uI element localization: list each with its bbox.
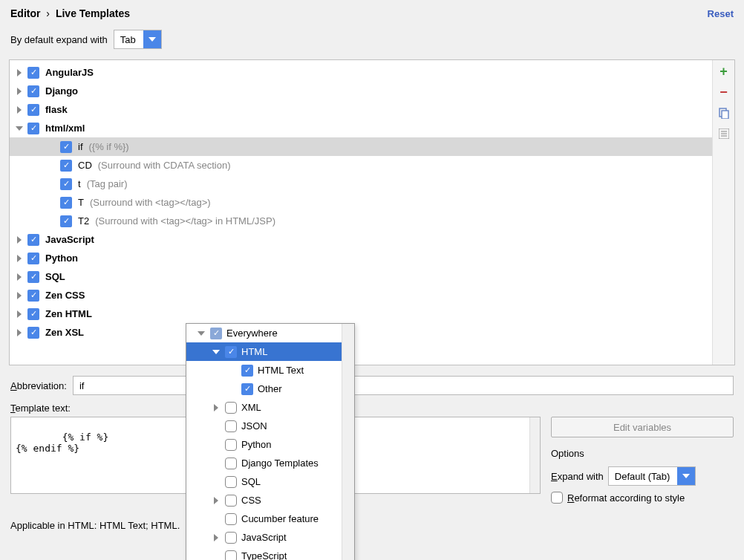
expand-icon[interactable] bbox=[212, 534, 221, 541]
checkbox[interactable]: ✓ bbox=[60, 178, 72, 190]
collapse-icon[interactable] bbox=[197, 331, 206, 336]
expand-icon[interactable] bbox=[14, 106, 25, 114]
tree-item-hint: (Surround with <tag></tag>) bbox=[90, 197, 211, 208]
context-item-label: CSS bbox=[241, 495, 261, 506]
abbreviation-input[interactable] bbox=[73, 376, 734, 395]
checkbox[interactable] bbox=[225, 532, 237, 544]
add-icon[interactable]: + bbox=[717, 65, 731, 78]
expand-icon[interactable] bbox=[14, 310, 25, 318]
context-item-json[interactable]: JSON bbox=[186, 417, 354, 435]
checkbox[interactable] bbox=[225, 550, 237, 561]
template-scrollbar[interactable] bbox=[529, 417, 540, 493]
checkbox[interactable]: ✓ bbox=[225, 346, 237, 358]
tree-item-django[interactable]: ✓Django bbox=[10, 82, 712, 100]
context-item-html-text[interactable]: ✓HTML Text bbox=[186, 361, 354, 380]
side-actions: + − bbox=[712, 60, 734, 365]
expand-icon[interactable] bbox=[14, 88, 25, 95]
details-icon[interactable] bbox=[717, 127, 731, 140]
context-item-xml[interactable]: XML bbox=[186, 398, 354, 417]
copy-icon[interactable] bbox=[717, 106, 731, 120]
context-item-label: Django Templates bbox=[241, 458, 319, 469]
checkbox[interactable]: ✓ bbox=[27, 253, 39, 264]
tree-item-angularjs[interactable]: ✓AngularJS bbox=[10, 63, 712, 82]
tree-item-javascript[interactable]: ✓JavaScript bbox=[10, 230, 712, 249]
expand-icon[interactable] bbox=[14, 69, 25, 76]
tree-item-cd[interactable]: ✓CD(Surround with CDATA section) bbox=[10, 156, 712, 175]
expand-with-label: Expand with bbox=[551, 471, 604, 482]
context-item-label: JSON bbox=[241, 420, 267, 432]
checkbox[interactable]: ✓ bbox=[210, 328, 222, 339]
tree-item-html-xml[interactable]: ✓html/xml bbox=[10, 119, 712, 137]
tree-item-label: CD bbox=[78, 160, 92, 171]
checkbox[interactable]: ✓ bbox=[27, 85, 39, 97]
checkbox[interactable] bbox=[225, 402, 237, 414]
checkbox[interactable] bbox=[225, 439, 237, 451]
checkbox[interactable]: ✓ bbox=[241, 365, 253, 377]
context-item-sql[interactable]: SQL bbox=[186, 472, 354, 491]
tree-item-t[interactable]: ✓t(Tag pair) bbox=[10, 175, 712, 193]
checkbox[interactable]: ✓ bbox=[27, 271, 39, 283]
tree-item-flask[interactable]: ✓flask bbox=[10, 100, 712, 119]
checkbox[interactable]: ✓ bbox=[60, 141, 72, 153]
reset-link[interactable]: Reset bbox=[708, 8, 734, 19]
checkbox[interactable]: ✓ bbox=[27, 234, 39, 246]
expand-with-combo[interactable]: Default (Tab) bbox=[608, 466, 696, 486]
tree-item-label: if bbox=[78, 141, 83, 152]
checkbox[interactable]: ✓ bbox=[27, 123, 39, 134]
checkbox[interactable]: ✓ bbox=[241, 383, 253, 395]
chevron-down-icon[interactable] bbox=[677, 467, 695, 485]
templates-tree[interactable]: ✓AngularJS✓Django✓flask✓html/xml✓if({% i… bbox=[10, 60, 712, 365]
context-popup[interactable]: ✓Everywhere✓HTML✓HTML Text✓OtherXMLJSONP… bbox=[186, 323, 355, 560]
tree-item-zen-html[interactable]: ✓Zen HTML bbox=[10, 305, 712, 323]
context-item-css[interactable]: CSS bbox=[186, 491, 354, 509]
tree-item-t[interactable]: ✓T(Surround with <tag></tag>) bbox=[10, 193, 712, 212]
checkbox[interactable] bbox=[225, 458, 237, 469]
expand-icon[interactable] bbox=[14, 329, 25, 336]
popup-scrollbar[interactable] bbox=[342, 324, 354, 560]
checkbox[interactable]: ✓ bbox=[27, 327, 39, 339]
context-item-django-templates[interactable]: Django Templates bbox=[186, 454, 354, 472]
checkbox[interactable]: ✓ bbox=[27, 290, 39, 302]
chevron-down-icon[interactable] bbox=[143, 30, 161, 48]
expand-icon[interactable] bbox=[14, 236, 25, 244]
checkbox[interactable]: ✓ bbox=[60, 197, 72, 209]
checkbox[interactable]: ✓ bbox=[60, 160, 72, 172]
expand-icon[interactable] bbox=[212, 404, 221, 411]
expand-icon[interactable] bbox=[14, 255, 25, 262]
tree-item-python[interactable]: ✓Python bbox=[10, 249, 712, 267]
expand-icon[interactable] bbox=[14, 273, 25, 281]
checkbox[interactable] bbox=[225, 495, 237, 507]
checkbox[interactable]: ✓ bbox=[27, 308, 39, 320]
collapse-icon[interactable] bbox=[14, 126, 25, 131]
templates-panel: ✓AngularJS✓Django✓flask✓html/xml✓if({% i… bbox=[9, 59, 735, 365]
checkbox[interactable] bbox=[225, 513, 237, 525]
tree-item-sql[interactable]: ✓SQL bbox=[10, 267, 712, 286]
context-item-cucumber-feature[interactable]: Cucumber feature bbox=[186, 509, 354, 528]
expand-icon[interactable] bbox=[212, 497, 221, 504]
checkbox[interactable]: ✓ bbox=[27, 104, 39, 116]
expand-with-value: Default (Tab) bbox=[615, 471, 670, 482]
context-item-everywhere[interactable]: ✓Everywhere bbox=[186, 324, 354, 342]
expand-icon[interactable] bbox=[14, 292, 25, 299]
context-item-typescript[interactable]: TypeScript bbox=[186, 547, 354, 560]
context-item-python[interactable]: Python bbox=[186, 435, 354, 454]
context-item-javascript[interactable]: JavaScript bbox=[186, 528, 354, 547]
tree-item-t2[interactable]: ✓T2(Surround with <tag></tag> in HTML/JS… bbox=[10, 212, 712, 230]
edit-variables-button[interactable]: Edit variables bbox=[551, 417, 734, 437]
tree-item-zen-xsl[interactable]: ✓Zen XSL bbox=[10, 323, 712, 342]
checkbox[interactable]: ✓ bbox=[27, 67, 39, 79]
default-expand-combo[interactable]: Tab bbox=[114, 30, 162, 49]
remove-icon[interactable]: − bbox=[717, 85, 731, 99]
tree-item-zen-css[interactable]: ✓Zen CSS bbox=[10, 286, 712, 305]
context-item-html[interactable]: ✓HTML bbox=[186, 342, 354, 361]
tree-item-if[interactable]: ✓if({% if %}) bbox=[10, 137, 712, 156]
checkbox[interactable] bbox=[225, 420, 237, 432]
checkbox[interactable] bbox=[225, 476, 237, 488]
collapse-icon[interactable] bbox=[212, 350, 221, 354]
context-item-label: TypeScript bbox=[241, 550, 287, 560]
checkbox[interactable]: ✓ bbox=[60, 215, 72, 227]
context-item-other[interactable]: ✓Other bbox=[186, 380, 354, 398]
reformat-checkbox[interactable] bbox=[551, 492, 563, 504]
context-item-label: Everywhere bbox=[226, 328, 278, 339]
tree-item-hint: (Tag pair) bbox=[87, 178, 128, 189]
